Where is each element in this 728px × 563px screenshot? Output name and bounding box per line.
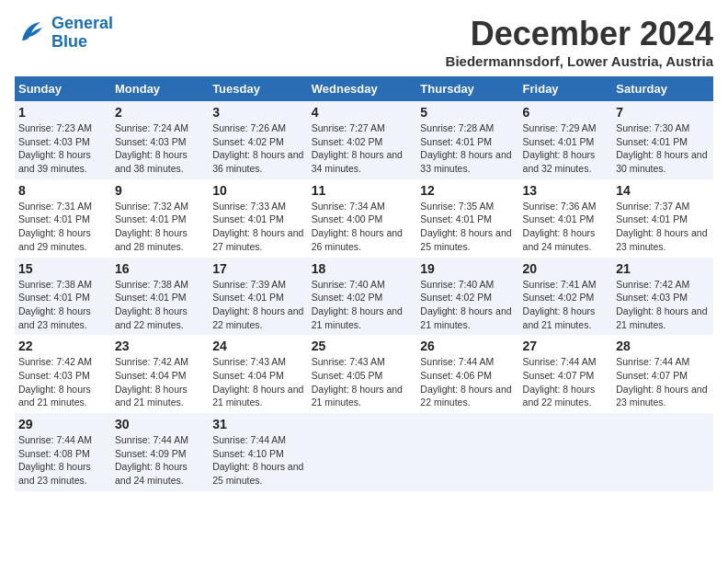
day-number: 23 <box>115 339 205 353</box>
weekday-header-monday: Monday <box>111 76 209 101</box>
day-number: 16 <box>115 261 205 276</box>
day-info: Sunrise: 7:42 AMSunset: 4:03 PMDaylight:… <box>18 355 108 409</box>
day-info: Sunrise: 7:43 AMSunset: 4:05 PMDaylight:… <box>312 355 414 409</box>
day-number: 2 <box>115 105 205 120</box>
calendar-cell: 18 Sunrise: 7:40 AMSunset: 4:02 PMDaylig… <box>308 258 417 336</box>
day-number: 9 <box>115 183 205 198</box>
calendar-cell: 27 Sunrise: 7:44 AMSunset: 4:07 PMDaylig… <box>519 335 613 413</box>
calendar-cell <box>612 413 713 491</box>
day-info: Sunrise: 7:26 AMSunset: 4:02 PMDaylight:… <box>212 121 304 176</box>
day-info: Sunrise: 7:34 AMSunset: 4:00 PMDaylight:… <box>312 200 414 254</box>
calendar-cell: 17 Sunrise: 7:39 AMSunset: 4:01 PMDaylig… <box>209 258 308 336</box>
page-header: GeneralBlue December 2024 Biedermannsdor… <box>15 15 713 69</box>
calendar-cell: 10 Sunrise: 7:33 AMSunset: 4:01 PMDaylig… <box>209 179 308 258</box>
calendar-cell: 14 Sunrise: 7:37 AMSunset: 4:01 PMDaylig… <box>612 179 713 258</box>
weekday-header-saturday: Saturday <box>612 76 713 101</box>
day-number: 10 <box>212 183 304 198</box>
location-subtitle: Biedermannsdorf, Lower Austria, Austria <box>446 53 713 69</box>
weekday-header-wednesday: Wednesday <box>308 76 417 101</box>
weekday-header-thursday: Thursday <box>416 76 518 101</box>
calendar-cell: 9 Sunrise: 7:32 AMSunset: 4:01 PMDayligh… <box>111 179 209 258</box>
day-number: 17 <box>212 261 304 276</box>
calendar-cell: 25 Sunrise: 7:43 AMSunset: 4:05 PMDaylig… <box>308 335 417 413</box>
day-info: Sunrise: 7:39 AMSunset: 4:01 PMDaylight:… <box>212 278 304 332</box>
title-block: December 2024 Biedermannsdorf, Lower Aus… <box>446 15 713 69</box>
day-info: Sunrise: 7:41 AMSunset: 4:02 PMDaylight:… <box>523 278 609 332</box>
calendar-cell: 20 Sunrise: 7:41 AMSunset: 4:02 PMDaylig… <box>519 258 613 336</box>
day-info: Sunrise: 7:38 AMSunset: 4:01 PMDaylight:… <box>115 278 205 332</box>
day-info: Sunrise: 7:44 AMSunset: 4:10 PMDaylight:… <box>212 433 304 488</box>
day-number: 4 <box>312 105 414 120</box>
calendar-cell: 29 Sunrise: 7:44 AMSunset: 4:08 PMDaylig… <box>15 413 111 491</box>
day-number: 18 <box>312 261 414 276</box>
calendar-cell: 1 Sunrise: 7:23 AMSunset: 4:03 PMDayligh… <box>15 101 111 179</box>
calendar-cell: 16 Sunrise: 7:38 AMSunset: 4:01 PMDaylig… <box>111 258 209 336</box>
calendar-cell <box>416 413 518 491</box>
day-info: Sunrise: 7:38 AMSunset: 4:01 PMDaylight:… <box>18 278 108 332</box>
day-number: 6 <box>523 105 609 120</box>
day-number: 29 <box>18 417 108 431</box>
day-info: Sunrise: 7:36 AMSunset: 4:01 PMDaylight:… <box>523 200 609 254</box>
month-title: December 2024 <box>446 15 713 53</box>
day-number: 11 <box>312 183 414 198</box>
calendar-cell: 12 Sunrise: 7:35 AMSunset: 4:01 PMDaylig… <box>416 179 518 258</box>
day-number: 14 <box>616 183 710 198</box>
day-info: Sunrise: 7:44 AMSunset: 4:08 PMDaylight:… <box>18 433 108 488</box>
day-info: Sunrise: 7:42 AMSunset: 4:03 PMDaylight:… <box>616 278 710 332</box>
day-number: 22 <box>18 339 108 353</box>
day-number: 26 <box>420 339 515 353</box>
day-info: Sunrise: 7:40 AMSunset: 4:02 PMDaylight:… <box>420 278 515 332</box>
calendar-cell: 4 Sunrise: 7:27 AMSunset: 4:02 PMDayligh… <box>308 101 417 179</box>
calendar-cell: 5 Sunrise: 7:28 AMSunset: 4:01 PMDayligh… <box>416 101 518 179</box>
day-number: 12 <box>420 183 515 198</box>
day-info: Sunrise: 7:43 AMSunset: 4:04 PMDaylight:… <box>212 355 304 409</box>
calendar-cell: 31 Sunrise: 7:44 AMSunset: 4:10 PMDaylig… <box>209 413 308 491</box>
day-info: Sunrise: 7:24 AMSunset: 4:03 PMDaylight:… <box>115 121 205 176</box>
calendar-cell: 23 Sunrise: 7:42 AMSunset: 4:04 PMDaylig… <box>111 335 209 413</box>
day-number: 13 <box>523 183 609 198</box>
day-info: Sunrise: 7:42 AMSunset: 4:04 PMDaylight:… <box>115 355 205 409</box>
calendar-table: SundayMondayTuesdayWednesdayThursdayFrid… <box>15 76 713 491</box>
calendar-cell: 15 Sunrise: 7:38 AMSunset: 4:01 PMDaylig… <box>15 258 111 336</box>
calendar-cell: 2 Sunrise: 7:24 AMSunset: 4:03 PMDayligh… <box>111 101 209 179</box>
logo: GeneralBlue <box>15 15 113 52</box>
calendar-cell: 11 Sunrise: 7:34 AMSunset: 4:00 PMDaylig… <box>308 179 417 258</box>
day-info: Sunrise: 7:27 AMSunset: 4:02 PMDaylight:… <box>312 121 414 176</box>
day-info: Sunrise: 7:37 AMSunset: 4:01 PMDaylight:… <box>616 200 710 254</box>
day-info: Sunrise: 7:44 AMSunset: 4:07 PMDaylight:… <box>523 355 609 409</box>
day-info: Sunrise: 7:44 AMSunset: 4:06 PMDaylight:… <box>420 355 515 409</box>
day-number: 15 <box>18 261 108 276</box>
day-number: 5 <box>420 105 515 120</box>
calendar-cell: 28 Sunrise: 7:44 AMSunset: 4:07 PMDaylig… <box>612 335 713 413</box>
calendar-cell: 7 Sunrise: 7:30 AMSunset: 4:01 PMDayligh… <box>612 101 713 179</box>
day-info: Sunrise: 7:44 AMSunset: 4:07 PMDaylight:… <box>616 355 710 409</box>
calendar-cell: 13 Sunrise: 7:36 AMSunset: 4:01 PMDaylig… <box>519 179 613 258</box>
calendar-cell: 8 Sunrise: 7:31 AMSunset: 4:01 PMDayligh… <box>15 179 111 258</box>
calendar-cell: 26 Sunrise: 7:44 AMSunset: 4:06 PMDaylig… <box>416 335 518 413</box>
day-info: Sunrise: 7:29 AMSunset: 4:01 PMDaylight:… <box>523 121 609 176</box>
day-info: Sunrise: 7:28 AMSunset: 4:01 PMDaylight:… <box>420 121 515 176</box>
calendar-cell: 22 Sunrise: 7:42 AMSunset: 4:03 PMDaylig… <box>15 335 111 413</box>
day-info: Sunrise: 7:35 AMSunset: 4:01 PMDaylight:… <box>420 200 515 254</box>
day-number: 3 <box>212 105 304 120</box>
day-number: 19 <box>420 261 515 276</box>
calendar-cell: 21 Sunrise: 7:42 AMSunset: 4:03 PMDaylig… <box>612 258 713 336</box>
day-info: Sunrise: 7:40 AMSunset: 4:02 PMDaylight:… <box>312 278 414 332</box>
calendar-cell <box>308 413 417 491</box>
day-info: Sunrise: 7:31 AMSunset: 4:01 PMDaylight:… <box>18 200 108 254</box>
day-number: 1 <box>18 105 108 120</box>
day-number: 30 <box>115 417 205 431</box>
weekday-header-sunday: Sunday <box>15 76 111 101</box>
day-number: 20 <box>523 261 609 276</box>
day-number: 25 <box>312 339 414 353</box>
weekday-header-tuesday: Tuesday <box>209 76 308 101</box>
calendar-cell: 30 Sunrise: 7:44 AMSunset: 4:09 PMDaylig… <box>111 413 209 491</box>
day-number: 28 <box>616 339 710 353</box>
calendar-cell: 19 Sunrise: 7:40 AMSunset: 4:02 PMDaylig… <box>416 258 518 336</box>
day-number: 24 <box>212 339 304 353</box>
day-number: 8 <box>18 183 108 198</box>
logo-text: GeneralBlue <box>51 15 113 52</box>
day-info: Sunrise: 7:23 AMSunset: 4:03 PMDaylight:… <box>18 121 108 176</box>
day-info: Sunrise: 7:44 AMSunset: 4:09 PMDaylight:… <box>115 433 205 488</box>
logo-bird-icon <box>15 15 48 48</box>
